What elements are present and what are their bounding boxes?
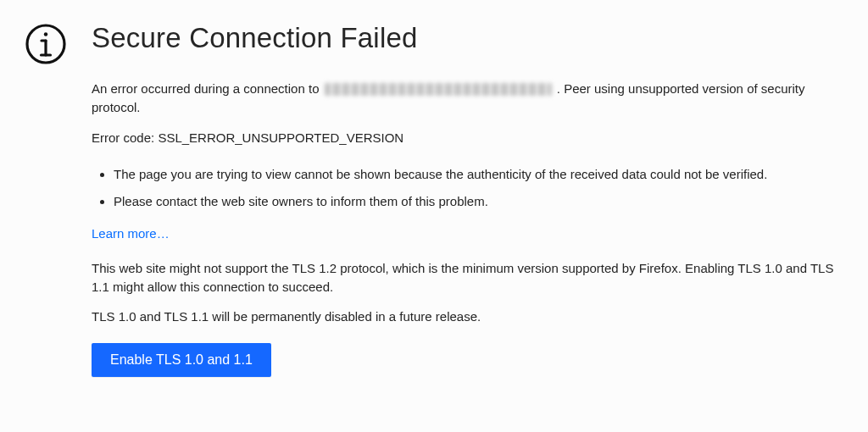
enable-tls-button[interactable]: Enable TLS 1.0 and 1.1 — [92, 343, 271, 377]
bullet-authenticity: The page you are trying to view cannot b… — [114, 165, 844, 184]
error-intro: An error occurred during a connection to… — [92, 80, 844, 117]
bullet-contact: Please contact the web site owners to in… — [114, 192, 844, 211]
error-code-value: SSL_ERROR_UNSUPPORTED_VERSION — [158, 130, 403, 145]
learn-more-link[interactable]: Learn more… — [92, 226, 170, 241]
error-code-label: Error code: — [92, 130, 158, 145]
redacted-hostname — [325, 83, 552, 96]
error-content: Secure Connection Failed An error occurr… — [92, 19, 844, 377]
page-title: Secure Connection Failed — [92, 22, 844, 54]
error-page: Secure Connection Failed An error occurr… — [0, 0, 868, 377]
svg-point-1 — [44, 32, 47, 36]
info-icon — [24, 22, 68, 69]
error-bullets: The page you are trying to view cannot b… — [92, 165, 844, 211]
tls-note-1: This web site might not support the TLS … — [92, 259, 844, 296]
error-code-line: Error code: SSL_ERROR_UNSUPPORTED_VERSIO… — [92, 129, 844, 147]
error-intro-before: An error occurred during a connection to — [92, 81, 323, 96]
tls-note-2: TLS 1.0 and TLS 1.1 will be permanently … — [92, 307, 844, 326]
